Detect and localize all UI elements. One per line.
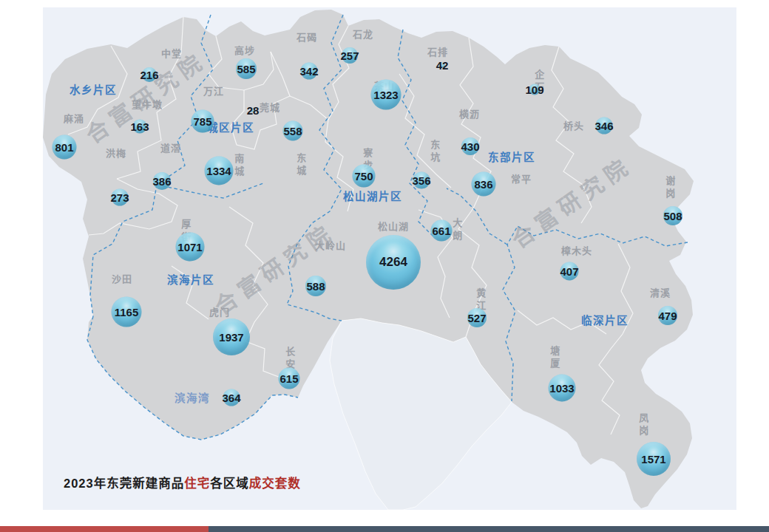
town-label: 常平 xyxy=(511,174,532,185)
region-label: 水乡片区 xyxy=(70,81,117,97)
bubble-value: 257 xyxy=(340,50,359,62)
town-label: 石龙 xyxy=(353,29,373,41)
bubble-value: 356 xyxy=(412,174,430,187)
bubble-value: 836 xyxy=(474,178,492,191)
bubble-value: 1165 xyxy=(115,306,139,318)
town-label: 石排 xyxy=(427,47,448,58)
bubble-value: 386 xyxy=(152,175,171,188)
town-label: 塘厦 xyxy=(548,346,560,371)
title-part-highlight: 成交套数 xyxy=(249,477,301,490)
bubble-value: 1937 xyxy=(219,331,243,344)
bubble-value: 1033 xyxy=(549,382,574,395)
town-label: 大岭山 xyxy=(315,240,346,252)
bubble-value: 558 xyxy=(283,125,302,137)
region-label: 城区片区 xyxy=(207,119,254,134)
bubble-value: 163 xyxy=(130,120,149,133)
bubble-value: 615 xyxy=(280,372,298,385)
bubble-value: 28 xyxy=(247,104,260,117)
bubble-value: 479 xyxy=(658,310,677,322)
town-label: 清溪 xyxy=(650,287,671,299)
town-label: 虎门 xyxy=(209,307,230,318)
footer-bar-red xyxy=(0,526,209,532)
bubble-value: 430 xyxy=(461,140,479,153)
town-label: 沙田 xyxy=(112,273,132,285)
bubble-value: 661 xyxy=(432,225,450,237)
region-label: 滨海片区 xyxy=(167,271,214,287)
town-label: 凤岗 xyxy=(637,413,648,438)
bubble-value: 364 xyxy=(222,392,240,404)
bubble-value: 527 xyxy=(467,312,486,324)
bubble-value: 109 xyxy=(525,83,543,96)
bubble-value: 273 xyxy=(110,191,129,204)
region-label: 东部片区 xyxy=(488,149,535,164)
town-label: 中堂 xyxy=(161,48,182,60)
title-part: 2023年东莞新建商品 xyxy=(64,477,184,490)
town-label: 道滘 xyxy=(160,143,181,154)
bubble-value: 1571 xyxy=(641,453,665,466)
bubble-value: 42 xyxy=(436,59,449,72)
bubble-value: 4264 xyxy=(379,255,407,270)
town-label: 横沥 xyxy=(459,109,480,120)
title-part: 各区域 xyxy=(210,477,249,490)
region-label: 临深片区 xyxy=(581,312,629,327)
bubble-value: 216 xyxy=(140,69,158,81)
town-label: 东坑 xyxy=(428,140,440,165)
town-label: 桥头 xyxy=(563,120,584,132)
bubble-value: 342 xyxy=(299,65,318,78)
town-label: 南城 xyxy=(232,154,244,179)
town-label: 麻涌 xyxy=(64,113,84,125)
bubble-value: 508 xyxy=(663,210,682,222)
title-part-highlight: 住宅 xyxy=(184,477,210,490)
bubble-value: 1334 xyxy=(206,165,231,177)
bubble-value: 407 xyxy=(560,265,578,278)
bubble-value: 588 xyxy=(306,280,325,293)
region-label: 滨海湾 xyxy=(175,389,210,405)
bubble-value: 785 xyxy=(193,115,211,128)
bubble-value: 750 xyxy=(354,170,373,183)
chart-title: 2023年东莞新建商品住宅各区域成交套数 xyxy=(64,474,301,491)
bubble-value: 585 xyxy=(237,63,255,75)
town-label: 洪梅 xyxy=(106,148,126,160)
region-label: 松山湖片区 xyxy=(343,188,402,203)
bubble-value: 346 xyxy=(594,120,613,132)
town-label: 高埗 xyxy=(234,45,255,57)
town-label: 望牛墩 xyxy=(132,99,163,111)
town-label: 莞城 xyxy=(260,102,280,114)
town-label: 樟木头 xyxy=(561,245,592,257)
bubble-value: 1323 xyxy=(373,89,398,101)
bubble-value: 1071 xyxy=(177,241,202,253)
town-label: 石碣 xyxy=(297,32,317,44)
town-label: 松山湖 xyxy=(378,221,409,233)
footer-bar-slate xyxy=(209,526,769,532)
bubble-value: 801 xyxy=(55,141,73,154)
town-label: 万江 xyxy=(203,86,224,98)
town-label: 东城 xyxy=(294,153,306,178)
town-label: 谢岗 xyxy=(663,176,675,201)
